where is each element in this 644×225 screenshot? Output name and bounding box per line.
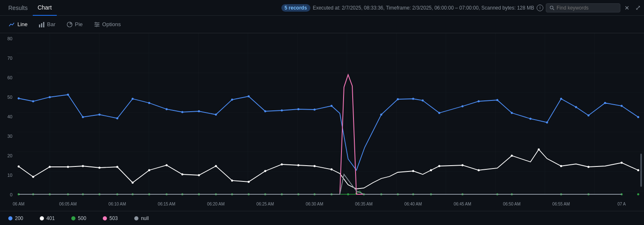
legend-label-500: 500 [78, 215, 86, 221]
svg-point-96 [462, 164, 464, 166]
svg-point-50 [248, 95, 250, 98]
svg-rect-4 [43, 22, 44, 27]
info-icon[interactable]: i [537, 5, 543, 11]
svg-text:06:30 AM: 06:30 AM [306, 202, 323, 206]
search-container [546, 3, 620, 12]
svg-point-43 [132, 98, 134, 100]
options-icon [94, 21, 100, 28]
svg-point-137 [637, 193, 639, 196]
bar-label: Bar [47, 21, 56, 27]
tab-chart[interactable]: Chart [33, 0, 57, 16]
status-bar: 5 records Executed at: 2/7/2025, 08:33:3… [281, 3, 641, 12]
search-input[interactable] [557, 5, 615, 11]
svg-point-81 [148, 169, 150, 171]
svg-point-38 [49, 96, 51, 98]
options-button[interactable]: Options [89, 19, 126, 30]
svg-point-65 [530, 118, 532, 120]
svg-text:06:20 AM: 06:20 AM [207, 202, 225, 206]
svg-point-99 [538, 149, 540, 151]
svg-point-71 [621, 105, 623, 107]
svg-point-77 [82, 165, 84, 167]
svg-point-78 [99, 167, 101, 169]
svg-point-54 [314, 109, 316, 111]
svg-text:0: 0 [10, 192, 12, 197]
svg-point-51 [264, 110, 266, 112]
svg-point-55 [331, 105, 333, 107]
legend-label-503: 503 [109, 215, 118, 221]
svg-text:07 A: 07 A [617, 202, 626, 206]
svg-point-61 [462, 105, 464, 108]
pie-label: Pie [75, 21, 83, 27]
legend-401: 401 [40, 215, 55, 221]
svg-point-10 [97, 24, 98, 25]
svg-point-72 [637, 116, 639, 118]
legend-dot-401 [40, 216, 44, 220]
svg-point-59 [422, 100, 424, 102]
bar-button[interactable]: Bar [34, 19, 60, 30]
svg-point-68 [575, 106, 577, 108]
svg-point-79 [116, 166, 119, 168]
legend-dot-500 [71, 216, 75, 220]
header-tabs: Results Chart 5 records Executed at: 2/7… [0, 0, 644, 16]
legend-null: null [134, 215, 149, 221]
svg-text:70: 70 [7, 56, 12, 61]
svg-point-52 [281, 110, 283, 112]
svg-point-58 [412, 98, 414, 100]
svg-point-94 [430, 169, 432, 171]
svg-point-40 [82, 116, 84, 118]
svg-point-70 [604, 102, 606, 104]
search-icon [550, 5, 554, 10]
svg-point-49 [231, 99, 233, 101]
svg-rect-3 [41, 23, 42, 27]
svg-point-89 [281, 164, 283, 166]
svg-point-63 [496, 99, 499, 101]
svg-point-36 [18, 98, 20, 100]
svg-point-67 [560, 98, 562, 100]
svg-text:60: 60 [7, 75, 12, 80]
svg-point-69 [588, 115, 590, 117]
svg-point-83 [182, 174, 184, 176]
svg-point-64 [511, 112, 513, 114]
svg-point-85 [215, 165, 217, 167]
pie-chart-icon [66, 21, 73, 28]
svg-point-92 [331, 169, 333, 171]
svg-point-103 [637, 169, 639, 171]
svg-point-97 [478, 169, 480, 171]
svg-point-95 [438, 165, 441, 167]
legend-label-401: 401 [46, 215, 55, 221]
svg-point-100 [560, 165, 562, 167]
svg-point-98 [511, 155, 513, 157]
svg-text:06:40 AM: 06:40 AM [404, 202, 422, 206]
chart-svg: 0 10 20 30 40 50 60 70 80 06 AM 06:05 AM… [0, 33, 644, 211]
svg-point-53 [298, 108, 300, 110]
svg-text:06:35 AM: 06:35 AM [355, 202, 373, 206]
line-label: Line [17, 21, 28, 27]
svg-point-88 [264, 170, 266, 172]
legend-dot-200 [8, 216, 12, 220]
bar-chart-icon [39, 21, 45, 28]
svg-point-46 [182, 111, 184, 113]
svg-point-41 [99, 114, 101, 116]
svg-point-82 [166, 164, 168, 166]
svg-point-91 [314, 165, 316, 167]
svg-text:06:45 AM: 06:45 AM [454, 202, 471, 206]
line-button[interactable]: Line [4, 19, 32, 30]
svg-text:20: 20 [7, 153, 12, 158]
close-icon[interactable]: ✕ [623, 4, 631, 12]
svg-point-75 [49, 166, 51, 168]
svg-text:10: 10 [7, 173, 12, 178]
svg-point-84 [198, 174, 200, 176]
svg-text:80: 80 [7, 36, 12, 41]
legend-label-null: null [141, 215, 149, 221]
svg-rect-13 [17, 33, 644, 195]
svg-point-66 [546, 122, 548, 124]
expand-icon[interactable]: ⤢ [635, 4, 641, 12]
pie-button[interactable]: Pie [62, 19, 87, 30]
chart-area: 0 10 20 30 40 50 60 70 80 06 AM 06:05 AM… [0, 33, 644, 211]
svg-point-73 [18, 166, 20, 168]
svg-text:06:05 AM: 06:05 AM [59, 202, 77, 206]
svg-point-90 [298, 164, 300, 166]
svg-point-101 [588, 166, 590, 168]
tab-results[interactable]: Results [3, 0, 33, 16]
execution-info: Executed at: 2/7/2025, 08:33:36, Timefra… [313, 5, 534, 11]
